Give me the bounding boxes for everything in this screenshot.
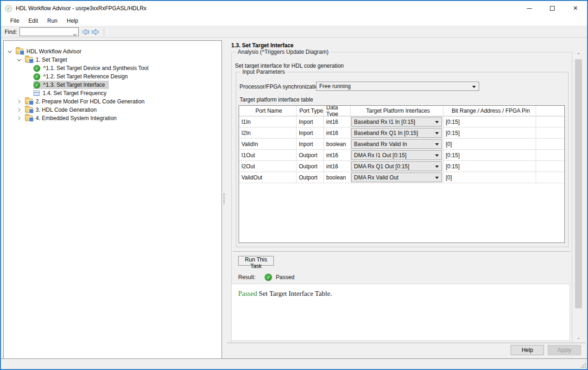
tree-item-label: 1.4. Set Target Frequency bbox=[43, 90, 107, 96]
table-row: ValidOut Outport boolean DMA Rx Valid Ou… bbox=[239, 172, 564, 183]
cell-port-type: Outport bbox=[297, 150, 324, 160]
cell-port-type: Inport bbox=[297, 128, 324, 138]
panel-splitter[interactable] bbox=[222, 40, 227, 359]
table-row: I1In Inport int16 Baseband Rx I1 In [0:1… bbox=[239, 116, 564, 128]
table-row: ValidIn Inport boolean Baseband Rx Valid… bbox=[239, 139, 564, 150]
tree-item-hdl-workflow-advisor[interactable]: HDL Workflow Advisor bbox=[4, 47, 221, 56]
task-footer: Help Apply bbox=[227, 343, 585, 359]
workflow-folder-icon bbox=[16, 49, 24, 54]
tree-item-set-target-device[interactable]: ^1.1. Set Target Device and Synthesis To… bbox=[4, 64, 221, 72]
vertical-scrollbar[interactable]: ⌃ ⌄ bbox=[575, 51, 582, 342]
cell-interface: DMA Rx I1 Out [0:15] bbox=[351, 150, 443, 160]
maximize-icon bbox=[550, 6, 555, 11]
window-title: HDL Workflow Advisor - usrpe3xxRxFPGASL/… bbox=[16, 5, 146, 12]
cell-data-type: boolean bbox=[324, 139, 351, 149]
expander-right-icon[interactable] bbox=[17, 99, 21, 104]
sync-dropdown[interactable]: Free running bbox=[316, 82, 479, 91]
workflow-folder-icon bbox=[25, 107, 33, 113]
interface-dropdown[interactable]: Baseband Rx Q1 In [0:15] bbox=[351, 128, 442, 138]
expander-down-icon[interactable] bbox=[17, 57, 21, 62]
interface-dropdown[interactable]: Baseband Rx I1 In [0:15] bbox=[351, 117, 442, 127]
tree-item-set-target-frequency[interactable]: 1.4. Set Target Frequency bbox=[4, 89, 221, 97]
dropdown-arrow-icon bbox=[435, 177, 439, 179]
cell-spacer bbox=[536, 150, 564, 160]
passed-check-icon bbox=[33, 65, 40, 72]
interface-dropdown[interactable]: DMA Rx I1 Out [0:15] bbox=[351, 150, 442, 160]
tree-item-set-target[interactable]: 1. Set Target bbox=[4, 56, 221, 64]
run-this-task-button[interactable]: Run This Task bbox=[238, 256, 274, 266]
table-header-row: Port Name Port Type Data Type Target Pla… bbox=[239, 106, 564, 116]
result-message-status: Passed bbox=[238, 290, 257, 297]
cell-port-type: Inport bbox=[297, 139, 324, 149]
close-button[interactable]: ✕ bbox=[564, 1, 587, 16]
status-bar bbox=[1, 358, 587, 369]
menu-run[interactable]: Run bbox=[43, 17, 62, 25]
cell-interface: Baseband Rx Valid In bbox=[351, 139, 443, 149]
passed-check-icon bbox=[265, 274, 272, 281]
tree-item-label: 2. Prepare Model For HDL Code Generation bbox=[36, 98, 145, 105]
back-arrow-icon[interactable] bbox=[81, 28, 90, 36]
scrollbar-thumb[interactable] bbox=[575, 59, 582, 308]
minimize-button[interactable] bbox=[518, 1, 541, 16]
find-combobox[interactable] bbox=[19, 27, 79, 36]
cell-port-name: I1In bbox=[239, 116, 297, 127]
chevron-down-icon[interactable] bbox=[74, 30, 77, 33]
interface-dropdown-value: Baseband Rx I1 In [0:15] bbox=[354, 119, 415, 125]
dropdown-arrow-icon bbox=[435, 121, 439, 123]
cell-data-type: int16 bbox=[324, 128, 351, 138]
tree-item-embedded-system-integration[interactable]: 4. Embedded System Integration bbox=[4, 114, 221, 122]
tree-item-set-target-reference-design[interactable]: ^1.2. Set Target Reference Design bbox=[4, 72, 221, 81]
menu-edit[interactable]: Edit bbox=[24, 17, 43, 25]
cell-bit-range: [0:15] bbox=[443, 161, 536, 172]
dropdown-arrow-icon bbox=[435, 166, 439, 168]
find-label: Find: bbox=[5, 29, 17, 35]
interface-dropdown[interactable]: DMA Rx Valid Out bbox=[351, 172, 442, 182]
cell-port-type: Outport bbox=[297, 172, 324, 183]
help-button[interactable]: Help bbox=[511, 345, 544, 355]
column-header-port-name: Port Name bbox=[239, 106, 297, 116]
menu-file[interactable]: File bbox=[6, 17, 24, 25]
tree-item-label: ^1.2. Set Target Reference Design bbox=[43, 73, 128, 80]
workflow-folder-icon bbox=[25, 57, 33, 63]
cell-data-type: int16 bbox=[324, 150, 351, 160]
expander-down-icon[interactable] bbox=[7, 49, 12, 54]
tree-item-prepare-model[interactable]: 2. Prepare Model For HDL Code Generation bbox=[4, 97, 221, 106]
resize-grip-icon[interactable] bbox=[581, 363, 586, 368]
apply-button[interactable]: Apply bbox=[548, 345, 581, 355]
cell-port-name: ValidIn bbox=[239, 139, 297, 149]
column-header-data-type: Data Type bbox=[324, 106, 351, 116]
cell-data-type: int16 bbox=[324, 161, 351, 172]
dropdown-arrow-icon bbox=[435, 143, 439, 146]
interface-dropdown[interactable]: Baseband Rx Valid In bbox=[351, 139, 442, 149]
dropdown-arrow-icon bbox=[472, 86, 476, 88]
cell-data-type: int16 bbox=[324, 116, 351, 127]
find-input[interactable] bbox=[20, 28, 69, 35]
table-row: I2Out Outport int16 DMA Rx Q1 Out [0:15]… bbox=[239, 161, 564, 172]
maximize-button[interactable] bbox=[541, 1, 564, 16]
column-header-bit-range: Bit Range / Address / FPGA Pin bbox=[443, 106, 536, 116]
hdl-workflow-advisor-window: ✓ HDL Workflow Advisor - usrpe3xxRxFPGAS… bbox=[0, 0, 588, 370]
expander-right-icon[interactable] bbox=[17, 108, 21, 112]
result-row: Result: Passed bbox=[238, 274, 294, 281]
cell-port-name: I2Out bbox=[239, 161, 297, 172]
result-status: Passed bbox=[276, 274, 294, 281]
cell-spacer bbox=[536, 139, 564, 149]
column-header-port-type: Port Type bbox=[297, 106, 324, 116]
cell-bit-range: [0:15] bbox=[443, 116, 536, 127]
task-title: 1.3. Set Target Interface bbox=[231, 42, 294, 49]
cell-port-type: Inport bbox=[297, 116, 324, 127]
cell-interface: Baseband Rx Q1 In [0:15] bbox=[351, 128, 443, 138]
tree-item-hdl-code-generation[interactable]: 3. HDL Code Generation bbox=[4, 106, 221, 114]
forward-arrow-icon[interactable] bbox=[91, 28, 100, 36]
tree-item-label: 1. Set Target bbox=[36, 57, 67, 63]
interface-dropdown-value: Baseband Rx Valid In bbox=[354, 141, 407, 147]
interface-dropdown-value: DMA Rx Valid Out bbox=[354, 174, 398, 181]
passed-check-icon bbox=[33, 82, 40, 89]
scroll-up-icon[interactable]: ⌃ bbox=[575, 51, 582, 59]
expander-right-icon[interactable] bbox=[17, 116, 21, 121]
tree-item-set-target-interface[interactable]: ^1.3. Set Target Interface bbox=[4, 81, 221, 89]
interface-dropdown[interactable]: DMA Rx Q1 Out [0:15] bbox=[351, 161, 442, 171]
scroll-down-icon[interactable]: ⌄ bbox=[575, 334, 582, 342]
cell-bit-range: [0:15] bbox=[443, 128, 536, 138]
menu-help[interactable]: Help bbox=[62, 17, 83, 25]
